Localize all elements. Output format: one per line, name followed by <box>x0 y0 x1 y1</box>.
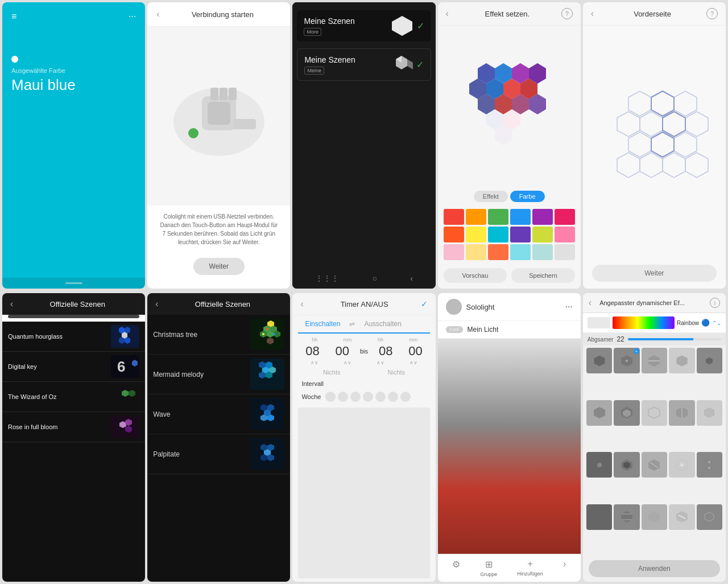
tab-effekt[interactable]: Effekt <box>474 191 508 202</box>
day-sun[interactable] <box>400 392 411 402</box>
tab-einschalten[interactable]: Einschalten <box>298 315 347 334</box>
solo-group-item[interactable]: ⊞ Gruppe <box>480 559 497 577</box>
vorder-help-icon[interactable]: ? <box>706 8 718 19</box>
weiter-button[interactable]: Weiter <box>193 258 245 275</box>
nav-home-icon[interactable]: ○ <box>372 274 377 283</box>
nav-menu-icon[interactable]: ⋮⋮⋮ <box>315 274 339 283</box>
nav-back-icon[interactable]: ‹ <box>411 274 413 283</box>
list-item-wave[interactable]: Wave <box>147 394 290 434</box>
scene-palpitate-label: Palpitate <box>153 450 250 458</box>
tab-ausschalten[interactable]: Ausschalten <box>357 315 408 332</box>
solo-settings-item[interactable]: ⚙ <box>452 559 460 577</box>
swatch-purple[interactable] <box>532 209 553 225</box>
search-bar[interactable] <box>8 315 139 318</box>
list-item-wizard[interactable]: The Wizard of Oz <box>2 382 145 412</box>
official1-back-icon[interactable]: ‹ <box>10 299 13 309</box>
vorder-back-icon[interactable]: ‹ <box>591 9 594 19</box>
dots-menu-icon[interactable]: ··· <box>129 11 136 22</box>
swatch-deep-orange[interactable] <box>444 227 464 242</box>
pattern-18[interactable] <box>642 504 667 530</box>
swatch-orange[interactable] <box>466 209 486 225</box>
swatch-pink-light[interactable] <box>555 227 575 242</box>
swatch-pink[interactable] <box>555 209 575 225</box>
swatch-cyan[interactable] <box>488 227 508 242</box>
speichern-button[interactable]: Speichern <box>511 268 575 283</box>
pattern-16[interactable] <box>586 504 612 530</box>
day-wed[interactable] <box>350 392 361 402</box>
swatch-red[interactable] <box>444 209 464 225</box>
vorschau-button[interactable]: Vorschau <box>444 268 507 283</box>
scene-card-2[interactable]: Meine Szenen Meine ✓ <box>297 48 431 81</box>
day-thu[interactable] <box>363 392 373 402</box>
solo-arrow-item[interactable]: › <box>563 559 566 577</box>
badge-pattern-2: + <box>634 348 639 354</box>
timer-tabs: Einschalten ⇌ Ausschalten <box>298 315 429 334</box>
swatch-green[interactable] <box>488 209 508 225</box>
svg-marker-109 <box>621 511 632 523</box>
timer-arr-2: ∧∨ <box>331 360 364 365</box>
pattern-11[interactable] <box>586 452 612 478</box>
swatch-teal-pale[interactable] <box>532 244 553 260</box>
pattern-3[interactable] <box>642 348 667 373</box>
day-tue[interactable] <box>338 392 348 402</box>
pattern-14[interactable] <box>669 452 694 478</box>
pattern-2[interactable]: + <box>614 348 639 373</box>
swatch-deep-orange-light[interactable] <box>488 244 508 260</box>
color-preview-box <box>588 317 610 328</box>
help-icon[interactable]: ? <box>561 8 573 19</box>
weiter-bottom-button[interactable]: Weiter <box>592 265 717 282</box>
swatch-teal-light[interactable] <box>510 244 531 260</box>
pattern-6[interactable] <box>586 400 612 426</box>
svg-marker-8 <box>392 16 412 36</box>
group-icon: ⊞ <box>485 559 493 570</box>
list-item-rose[interactable]: Rose in full bloom <box>2 412 145 442</box>
pattern-5[interactable]: ↑ <box>697 348 722 373</box>
pattern-17[interactable] <box>614 504 639 530</box>
rainbow-dropdown-icon[interactable]: ⌃⌄ <box>712 320 721 326</box>
dynamic-header: ‹ Angepasster dynamischer Ef... i <box>583 293 726 313</box>
swatch-grey[interactable] <box>555 244 575 260</box>
tab-farbe[interactable]: Farbe <box>510 191 545 202</box>
apply-button[interactable]: Anwenden <box>589 560 720 577</box>
swatch-deep-purple[interactable] <box>510 227 531 242</box>
list-item-christmas[interactable]: Christmas tree <box>147 315 290 355</box>
pattern-12[interactable] <box>614 452 639 478</box>
pattern-10[interactable] <box>697 400 722 426</box>
svg-point-106 <box>708 461 710 463</box>
pattern-20[interactable]: ↑ <box>697 504 722 530</box>
pattern-19[interactable] <box>669 504 694 530</box>
list-item-palpitate[interactable]: Palpitate <box>147 434 290 474</box>
swatch-yellow[interactable] <box>466 227 486 242</box>
pattern-4[interactable] <box>669 348 694 373</box>
dynamic-info-icon[interactable]: i <box>710 298 720 308</box>
pattern-1[interactable] <box>586 348 612 373</box>
speed-bar[interactable] <box>628 338 721 340</box>
scene-card-1[interactable]: Meine Szenen More ✓ <box>297 10 431 42</box>
hamburger-icon[interactable]: ≡ <box>11 11 16 22</box>
list-item-digital[interactable]: Digital key 6 <box>2 352 145 382</box>
light-item[interactable]: Cool Mein Licht <box>438 321 581 339</box>
day-fri[interactable] <box>375 392 386 402</box>
pattern-7[interactable] <box>614 400 639 426</box>
day-mon[interactable] <box>325 392 336 402</box>
solo-add-item[interactable]: + Hinzufügen <box>517 559 543 577</box>
pattern-13[interactable] <box>642 452 667 478</box>
swatch-blue[interactable] <box>510 209 531 225</box>
sololight-menu-icon[interactable]: ··· <box>565 302 572 312</box>
pattern-15[interactable]: ↑ <box>697 452 722 478</box>
dynamic-back-icon[interactable]: ‹ <box>589 298 592 308</box>
official2-back-icon[interactable]: ‹ <box>155 299 158 309</box>
pattern-9[interactable]: ↑ <box>669 400 694 426</box>
swatch-rose[interactable] <box>444 244 464 260</box>
effect-back-icon[interactable]: ‹ <box>446 9 449 19</box>
day-sat[interactable] <box>388 392 398 402</box>
list-item-mermaid[interactable]: Mermaid melody <box>147 355 290 394</box>
pattern-8[interactable] <box>642 400 667 426</box>
svg-point-107 <box>708 467 710 469</box>
list-item-quantum[interactable]: Quantum hourglass <box>2 322 145 352</box>
timer-confirm-icon[interactable]: ✓ <box>421 299 428 309</box>
timer-back-icon[interactable]: ‹ <box>300 299 303 309</box>
back-arrow-icon[interactable]: ‹ <box>156 9 159 19</box>
swatch-lime[interactable] <box>532 227 553 242</box>
swatch-amber[interactable] <box>466 244 486 260</box>
